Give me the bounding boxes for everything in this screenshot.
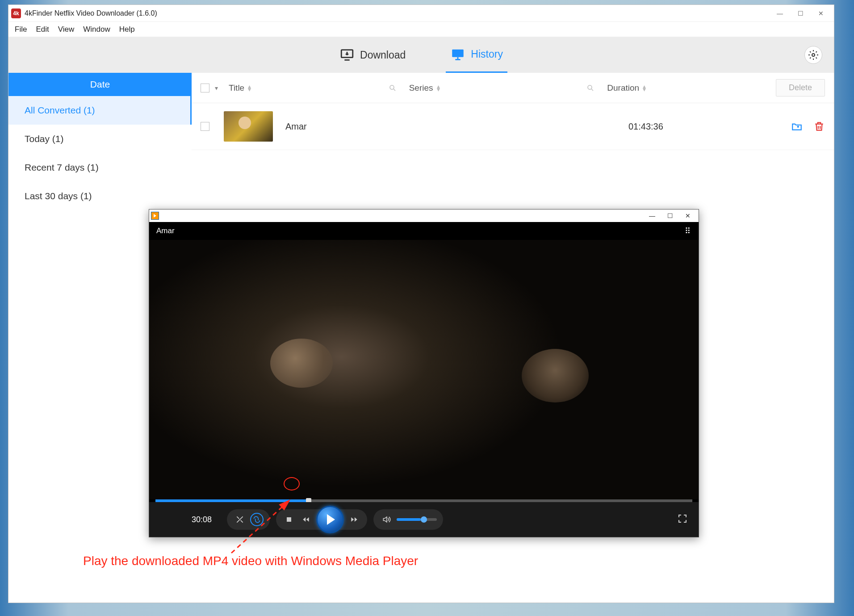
tabbar: Download History (8, 37, 834, 73)
svg-point-2 (812, 54, 815, 56)
sidebar-header: Date (8, 73, 192, 96)
svg-rect-5 (287, 517, 291, 522)
close-button[interactable]: ✕ (811, 7, 831, 20)
tab-download[interactable]: Download (335, 37, 410, 73)
wmp-video-title: Amar (156, 226, 175, 235)
row-title: Amar (278, 122, 484, 132)
menu-help[interactable]: Help (119, 25, 135, 34)
play-button[interactable] (316, 506, 344, 533)
menubar: File Edit View Window Help (8, 22, 834, 37)
search-series-icon[interactable] (586, 84, 594, 92)
wmp-time-display: 30:08 (158, 515, 212, 524)
mute-button[interactable] (380, 513, 393, 526)
wmp-close-button[interactable]: ✕ (679, 210, 697, 221)
wmp-titlebar: — ☐ ✕ (149, 210, 699, 222)
open-folder-icon[interactable] (791, 121, 803, 132)
search-title-icon[interactable] (389, 84, 397, 92)
volume-thumb[interactable] (421, 516, 427, 523)
forward-button[interactable] (347, 513, 361, 526)
tab-history-label: History (471, 48, 503, 60)
gear-icon (808, 50, 819, 60)
fullscreen-button[interactable] (677, 513, 688, 526)
wmp-controls: 30:08 (149, 502, 699, 537)
svg-point-3 (390, 85, 394, 89)
expand-caret-icon[interactable]: ▾ (215, 84, 218, 92)
wmp-minimize-button[interactable]: — (643, 210, 661, 221)
menu-file[interactable]: File (15, 25, 27, 34)
wmp-maximize-button[interactable]: ☐ (661, 210, 679, 221)
row-actions (791, 121, 825, 132)
table-row[interactable]: Amar 01:43:36 (192, 103, 834, 150)
annotation-circle (284, 477, 300, 490)
delete-button[interactable]: Delete (776, 79, 825, 96)
titlebar: 4k 4kFinder Netflix Video Downloader (1.… (8, 5, 834, 22)
row-checkbox[interactable] (201, 122, 209, 131)
sidebar-item-recent-7-days[interactable]: Recent 7 days (1) (8, 153, 192, 182)
wmp-app-icon (151, 212, 159, 220)
window-title: 4kFinder Netflix Video Downloader (1.6.0… (25, 9, 157, 17)
tab-history[interactable]: History (446, 37, 507, 73)
maximize-button[interactable]: ☐ (790, 7, 811, 20)
svg-rect-1 (452, 49, 464, 57)
wmp-header: Amar ⠿ (149, 222, 699, 240)
settings-button[interactable] (804, 46, 822, 64)
row-duration: 01:43:36 (628, 122, 754, 132)
sort-icon: ▴▾ (248, 85, 251, 91)
download-icon (339, 47, 355, 63)
sidebar-item-today[interactable]: Today (1) (8, 125, 192, 153)
menu-edit[interactable]: Edit (36, 25, 49, 34)
volume-slider[interactable] (397, 518, 437, 521)
menu-window[interactable]: Window (83, 25, 110, 34)
video-thumbnail[interactable] (224, 111, 273, 142)
wmp-volume-group (373, 509, 443, 530)
shuffle-button[interactable] (233, 513, 247, 526)
delete-row-icon[interactable] (813, 121, 825, 132)
wmp-mode-group (227, 509, 270, 530)
minimize-button[interactable]: — (770, 7, 790, 20)
column-duration[interactable]: Duration ▴▾ (607, 83, 732, 93)
media-player-window: — ☐ ✕ Amar ⠿ 30:08 (149, 209, 699, 537)
wmp-video-area[interactable] (149, 240, 699, 499)
svg-point-4 (588, 85, 592, 89)
wmp-view-toggle-icon[interactable]: ⠿ (685, 226, 691, 236)
table-header: ▾ Title ▴▾ Series ▴▾ Duration ▴▾ Delete (192, 73, 834, 103)
column-title[interactable]: Title ▴▾ (229, 83, 345, 93)
repeat-button[interactable] (250, 513, 264, 526)
app-icon: 4k (11, 8, 21, 18)
sort-icon: ▴▾ (643, 85, 646, 91)
stop-button[interactable] (282, 513, 296, 526)
menu-view[interactable]: View (58, 25, 75, 34)
select-all-checkbox[interactable] (201, 84, 209, 92)
tab-download-label: Download (360, 49, 406, 61)
rewind-button[interactable] (299, 513, 313, 526)
monitor-icon (450, 47, 465, 62)
column-series[interactable]: Series ▴▾ (409, 83, 543, 93)
sort-icon: ▴▾ (437, 85, 440, 91)
wmp-transport-group (276, 509, 367, 530)
sidebar-item-all-converted[interactable]: All Converted (1) (8, 96, 192, 125)
annotation-text: Play the downloaded MP4 video with Windo… (83, 554, 418, 568)
sidebar-item-last-30-days[interactable]: Last 30 days (1) (8, 182, 192, 210)
